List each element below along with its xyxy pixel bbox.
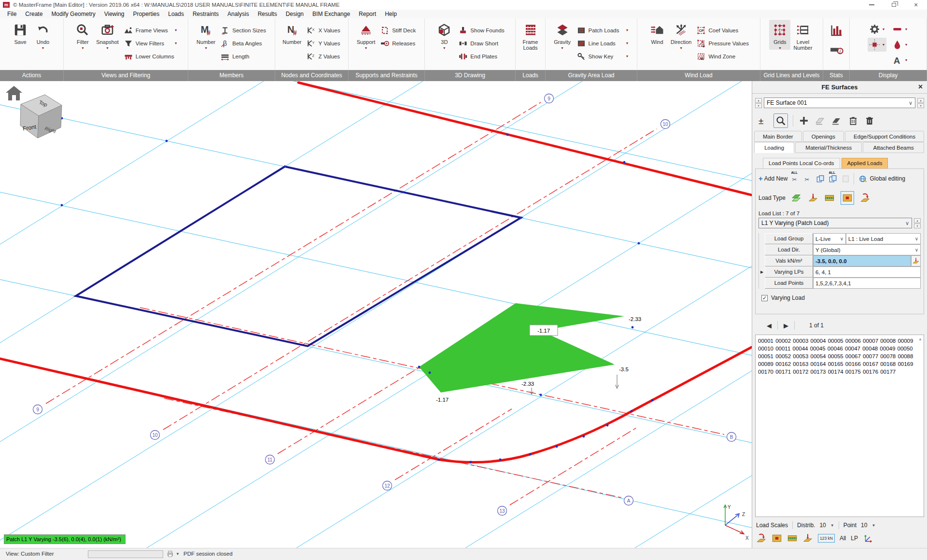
minimize-button[interactable] xyxy=(860,0,883,10)
toggle-lp-button[interactable]: LP xyxy=(851,535,858,542)
chevron-down-icon[interactable]: ▼ xyxy=(871,523,875,528)
varying-load-checkbox[interactable]: ✓ xyxy=(761,295,768,301)
menu-bim-exchange[interactable]: BIM Exchange xyxy=(308,11,354,17)
add-new-button[interactable]: +Add New xyxy=(758,175,787,182)
droplet-button[interactable]: ▼ xyxy=(890,38,909,52)
menu-file[interactable]: File xyxy=(3,11,21,17)
tab-main-border[interactable]: Main Border xyxy=(754,131,802,142)
scale-point-button[interactable] xyxy=(802,533,813,544)
frame-views-button[interactable]: Frame Views▼ xyxy=(122,24,180,36)
y-values-button[interactable]: YY Values xyxy=(304,37,342,49)
wind-zone-button[interactable]: WWind Zone xyxy=(694,50,751,62)
cut-button[interactable]: ✂ xyxy=(803,174,813,183)
draw-short-button[interactable]: Draw Short xyxy=(456,37,506,49)
surface-spinner-right[interactable]: ▲▼ xyxy=(917,98,924,108)
frame-edge-top[interactable] xyxy=(298,83,752,195)
z-values-button[interactable]: ZZ Values xyxy=(304,50,342,62)
member-number-list[interactable]: 00001 00002 00003 00004 00005 00006 0000… xyxy=(755,335,924,517)
copy-all-button[interactable]: ALL xyxy=(829,174,838,183)
menu-properties[interactable]: Properties xyxy=(129,11,164,17)
trashf-button[interactable] xyxy=(864,115,875,126)
prev-page-button[interactable]: ◀ xyxy=(767,322,772,329)
load-group-select[interactable]: L-Live∨ xyxy=(813,233,846,244)
patch-loads-button[interactable]: Patch Loads▼ xyxy=(575,24,631,36)
surface-spinner-left[interactable]: ▲▼ xyxy=(755,98,762,108)
home-view-icon[interactable] xyxy=(6,86,22,100)
scale-axes3-button[interactable] xyxy=(863,533,873,544)
coef-values-button[interactable]: CPCoef Values xyxy=(694,24,751,36)
menu-report[interactable]: Report xyxy=(354,11,380,17)
gear-button[interactable]: ▼ xyxy=(868,22,886,36)
load-case-select[interactable]: L1 : Live Load∨ xyxy=(846,233,921,244)
point-value[interactable]: 10 xyxy=(861,522,867,529)
varying-lps-input[interactable]: 6, 4, 1 xyxy=(813,266,921,278)
releases-button[interactable]: Releases xyxy=(378,37,418,49)
beta-angles-button[interactable]: βBeta Angles xyxy=(218,37,268,49)
frame-edge-bottom[interactable] xyxy=(0,347,752,462)
toggle-all-button[interactable]: All xyxy=(840,535,846,542)
wind-button[interactable]: Wind xyxy=(646,20,668,45)
fe-surface-outline[interactable] xyxy=(76,167,521,346)
close-button[interactable]: × xyxy=(905,0,927,10)
tab-edge-support-conditions[interactable]: Edge/Support Conditions xyxy=(845,131,924,142)
level-number-button[interactable]: Level Number xyxy=(792,20,814,51)
nodecross-button[interactable]: ▼ xyxy=(868,38,886,52)
menu-design[interactable]: Design xyxy=(281,11,308,17)
lower-columns-button[interactable]: Lower Columns xyxy=(122,50,180,62)
menu-help[interactable]: Help xyxy=(380,11,401,17)
tab-openings[interactable]: Openings xyxy=(803,131,844,142)
scrollbar[interactable]: ▲ xyxy=(917,336,923,343)
surface-select[interactable]: FE Surface 001 ∨ xyxy=(764,98,915,108)
line-loads-button[interactable]: Line Loads▼ xyxy=(575,37,631,49)
show-key-button[interactable]: Show Key▼ xyxy=(575,50,631,62)
tab-loading[interactable]: Loading xyxy=(754,142,794,153)
number-button[interactable]: M#Number▼ xyxy=(195,20,217,50)
load-type-vary-button[interactable] xyxy=(860,193,871,203)
load-dir-select[interactable]: Y (Global)∨ xyxy=(813,244,921,255)
menu-restraints[interactable]: Restraints xyxy=(188,11,223,17)
subtab-applied-loads[interactable]: Applied Loads xyxy=(842,158,888,168)
cut-all-button[interactable]: ALL✂ xyxy=(791,174,800,183)
apply-values-button[interactable] xyxy=(911,255,921,266)
scale-vary-button[interactable] xyxy=(756,533,767,544)
stiff-deck-button[interactable]: Stiff Deck xyxy=(378,24,418,36)
global-editing-button[interactable]: Global editing xyxy=(858,174,905,183)
scale-patch-button[interactable] xyxy=(772,533,782,544)
direction-button[interactable]: Direction▼ xyxy=(669,20,693,50)
grids-button[interactable]: Grids▼ xyxy=(769,20,790,50)
show-founds-button[interactable]: Show Founds xyxy=(456,24,506,36)
load-list-spinner[interactable]: ▲▼ xyxy=(914,218,921,228)
filter-button[interactable]: Filter▼ xyxy=(72,20,93,50)
statsbars-button[interactable] xyxy=(828,23,845,38)
menu-modify-geometry[interactable]: Modify Geometry xyxy=(47,11,99,17)
view-cube[interactable]: Top Front Right xyxy=(20,95,62,138)
paste-button[interactable] xyxy=(841,174,850,183)
magnifier-button[interactable] xyxy=(773,113,788,128)
length-button[interactable]: Length xyxy=(218,50,268,62)
vals-kn-m-input[interactable]: -3.5, 0.0, 0.0 xyxy=(813,255,911,266)
load-type-surface-button[interactable] xyxy=(791,193,802,203)
eraser1-button[interactable] xyxy=(815,115,826,126)
section-sizes-button[interactable]: Section Sizes xyxy=(218,24,268,36)
tab-attached-beams[interactable]: Attached Beams xyxy=(863,142,924,153)
next-page-button[interactable]: ▶ xyxy=(784,322,788,329)
snapshot-button[interactable]: Snapshot▼ xyxy=(95,20,120,50)
menu-loads[interactable]: Loads xyxy=(164,11,188,17)
plusminus-button[interactable]: ± xyxy=(757,115,769,126)
statsinfo-button[interactable]: i xyxy=(828,42,845,57)
varying-load-row[interactable]: ✓ Varying Load xyxy=(761,294,921,301)
trasho-button[interactable] xyxy=(847,115,859,126)
scale-strip-button[interactable] xyxy=(787,533,798,544)
addplus-button[interactable] xyxy=(798,115,810,126)
3d-button[interactable]: 3D▼ xyxy=(434,20,455,50)
eraser2-button[interactable] xyxy=(831,115,843,126)
tab-material-thickness[interactable]: Material/Thickness xyxy=(795,142,862,153)
patch-load-area[interactable] xyxy=(419,303,624,392)
load-list-select[interactable]: L1 Y Varying (Patch Load) ∨ xyxy=(758,218,912,228)
undo-button[interactable]: Undo▼ xyxy=(32,20,54,50)
load-type-patch-button[interactable] xyxy=(841,191,854,205)
frame-loads-button[interactable]: Frame Loads xyxy=(520,20,541,51)
distrib-value[interactable]: 10 xyxy=(819,522,826,529)
model-viewport[interactable]: 910111213910AB -2.33-3.5-2.33-1.17-1.17 … xyxy=(0,81,752,548)
gravity-button[interactable]: Gravity▼ xyxy=(552,20,573,50)
